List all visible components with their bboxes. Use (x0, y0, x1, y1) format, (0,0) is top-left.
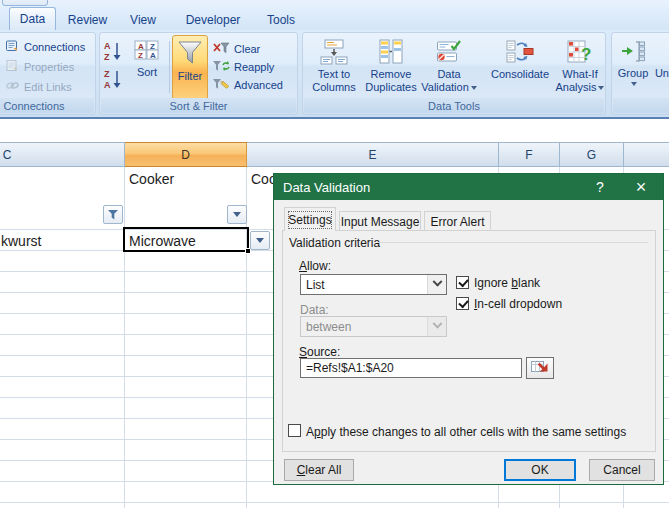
tab-label: Settings (288, 213, 331, 227)
dropdown-arrow-icon (598, 86, 604, 93)
text-to-columns-button[interactable]: Text to Columns (306, 36, 362, 100)
advanced-filter-button[interactable]: Advanced (212, 76, 283, 93)
clear-filter-button[interactable]: Clear (212, 40, 260, 57)
excel-window: Data Review View Developer Tools Connect… (0, 0, 669, 508)
tab-label: Developer (186, 13, 241, 27)
svg-text:A: A (104, 80, 111, 90)
column-header-f[interactable]: F (499, 142, 560, 167)
range-picker-icon (531, 360, 549, 377)
clear-all-button[interactable]: Clear All (284, 459, 354, 481)
properties-button[interactable]: Properties (5, 58, 74, 75)
ok-button[interactable]: OK (504, 459, 576, 481)
ungroup-button[interactable]: Ungroup (656, 36, 669, 100)
cell-c2[interactable]: kwurst (1, 233, 41, 249)
tab-settings[interactable]: Settings (284, 207, 336, 231)
in-cell-dropdown-checkbox[interactable] (456, 297, 469, 310)
remove-duplicates-button[interactable]: Remove Duplicates (362, 36, 420, 100)
autofilter-button-d[interactable] (227, 205, 247, 224)
chevron-down-icon (432, 319, 442, 329)
allow-combobox[interactable]: List (300, 274, 447, 295)
group-button[interactable]: Group (615, 36, 651, 100)
ribbon-group-sort-filter: AZ ZA AZZA Sort Filter Clear Reapply (99, 32, 298, 115)
apply-to-all-label[interactable]: Apply these changes to all other cells w… (306, 425, 626, 439)
validation-criteria-label: Validation criteria (289, 236, 380, 250)
sort-descending-button[interactable]: ZA (102, 67, 128, 93)
close-icon: × (636, 177, 647, 198)
remove-duplicates-icon (377, 39, 405, 68)
edit-links-button[interactable]: Edit Links (5, 78, 72, 95)
ribbon-group-outline: Group Ungroup (611, 32, 669, 115)
in-cell-dropdown-button[interactable] (250, 231, 270, 250)
what-if-analysis-button[interactable]: ? What-If Analysis (554, 36, 606, 100)
sort-az-icon: AZ (102, 50, 124, 67)
remove-duplicates-label-1: Remove (371, 68, 412, 81)
combo-arrow-button[interactable] (427, 275, 446, 294)
data-validation-button[interactable]: Data Validation (418, 36, 480, 100)
sort-za-icon: ZA (102, 78, 124, 95)
properties-label: Properties (24, 61, 74, 73)
source-input[interactable]: =Refs!$A1:$A20 (300, 358, 522, 378)
connections-button[interactable]: Connections (5, 38, 85, 55)
ignore-blank-label[interactable]: Ignore blank (474, 276, 540, 290)
collapse-dialog-range-picker-button[interactable] (526, 357, 554, 379)
ribbon-body: Connections Properties Edit Links Connec… (0, 30, 669, 119)
column-letter: E (368, 148, 376, 162)
apply-to-all-checkbox[interactable] (288, 424, 301, 437)
tab-label: Error Alert (430, 215, 484, 229)
divider (169, 41, 170, 93)
svg-text:A: A (104, 41, 111, 51)
tab-input-message[interactable]: Input Message (339, 211, 421, 231)
ribbon-group-data-tools: Text to Columns Remove Duplicates Data V… (302, 32, 606, 115)
help-button[interactable]: ? (586, 174, 614, 200)
column-header-h[interactable] (624, 142, 669, 167)
ribbon-tab-tools[interactable]: Tools (259, 9, 303, 30)
combo-arrow-button (427, 317, 446, 336)
ungroup-cells-icon (664, 39, 669, 67)
consolidate-button[interactable]: Consolidate (488, 36, 552, 100)
svg-text:Z: Z (104, 69, 110, 79)
cancel-label: Cancel (603, 463, 640, 477)
column-letter: F (525, 148, 532, 162)
cancel-button[interactable]: Cancel (589, 459, 655, 481)
sort-ascending-button[interactable]: AZ (102, 39, 128, 65)
filter-button[interactable]: Filter (172, 35, 208, 100)
clear-label: Clear (234, 43, 260, 55)
what-if-analysis-icon: ? (567, 39, 593, 68)
column-header-e[interactable]: E (247, 142, 499, 167)
cell-d1[interactable]: Cooker (129, 171, 174, 187)
column-header-g[interactable]: G (560, 142, 624, 167)
dialog-title: Data Validation (283, 180, 370, 195)
edit-links-label: Edit Links (24, 81, 72, 93)
settings-tab-panel (282, 230, 656, 452)
data-combobox-disabled: between (300, 316, 447, 337)
column-header-c[interactable]: C (0, 142, 125, 167)
divider (378, 242, 648, 243)
ribbon-tab-data[interactable]: Data (9, 7, 56, 30)
sort-button[interactable]: AZZA Sort (129, 36, 165, 99)
ribbon-tab-strip: Data Review View Developer Tools (0, 0, 669, 30)
dropdown-arrow-icon (256, 238, 264, 247)
column-header-d[interactable]: D (125, 142, 247, 167)
ribbon-tab-review[interactable]: Review (65, 9, 110, 30)
allow-value: List (306, 278, 325, 292)
reapply-label: Reapply (234, 61, 274, 73)
autofilter-button-c[interactable] (103, 205, 123, 224)
ignore-blank-checkbox[interactable] (456, 276, 469, 289)
consolidate-icon (506, 39, 534, 68)
group-label-outline (613, 98, 669, 113)
ribbon-tab-view[interactable]: View (125, 9, 161, 30)
data-validation-dialog: Data Validation ? × Settings Input Messa… (273, 173, 664, 485)
svg-text:?: ? (581, 45, 591, 64)
svg-text:Z: Z (150, 42, 155, 51)
tab-error-alert[interactable]: Error Alert (424, 211, 491, 231)
close-button[interactable]: × (624, 174, 658, 200)
cell-text: Cooker (129, 171, 174, 187)
quick-access-toolbar-fragment (2, 0, 48, 6)
svg-text:A: A (138, 42, 144, 51)
reapply-filter-button[interactable]: Reapply (212, 58, 274, 75)
connections-label: Connections (24, 41, 85, 53)
ribbon-tab-developer[interactable]: Developer (183, 9, 243, 30)
column-letter: D (181, 148, 190, 162)
chevron-down-icon (432, 277, 442, 287)
in-cell-dropdown-label[interactable]: In-cell dropdown (474, 297, 562, 311)
